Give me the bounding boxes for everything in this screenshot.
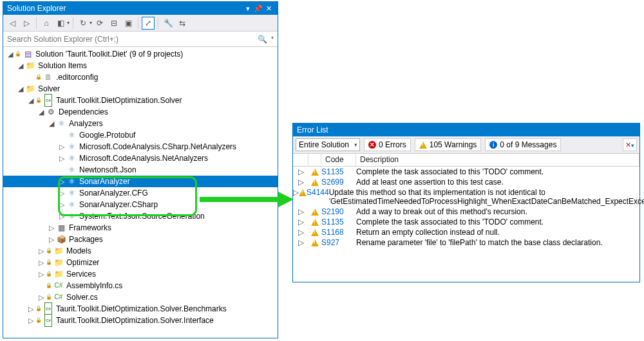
expand-icon[interactable]: ▷: [57, 187, 66, 199]
error-code-link[interactable]: S4144: [307, 188, 329, 197]
tree-node[interactable]: ▷🔒📁Optimizer: [3, 257, 278, 268]
properties-icon[interactable]: 🔧: [162, 17, 175, 30]
error-code-link[interactable]: S2699: [321, 178, 356, 187]
tree-node[interactable]: ▷⚛Microsoft.CodeAnalysis.CSharp.NetAnaly…: [3, 141, 278, 152]
expand-icon[interactable]: ▷: [37, 257, 46, 268]
tree-node[interactable]: ▷🔒C#Taurit.Toolkit.DietOptimization.Solv…: [3, 303, 278, 315]
tree-node[interactable]: ◢⚛Analyzers: [3, 118, 278, 129]
header-severity[interactable]: [308, 154, 321, 166]
tree-node[interactable]: ▷⚛Newtonsoft.Json: [3, 164, 278, 176]
error-code-link[interactable]: S1168: [321, 228, 356, 237]
warnings-filter-button[interactable]: 105 Warnings: [415, 138, 482, 151]
collapse-icon[interactable]: ◢: [37, 106, 46, 118]
expand-icon[interactable]: ▷: [37, 245, 46, 257]
tree-node[interactable]: ▷🔒C#Taurit.Toolkit.DietOptimization.Solv…: [3, 315, 278, 326]
error-row[interactable]: ▷S927Rename parameter 'file' to 'filePat…: [293, 237, 639, 248]
error-code-link[interactable]: S1135: [321, 167, 356, 176]
expand-icon[interactable]: ▷: [37, 268, 46, 280]
preview-icon[interactable]: ⇆: [176, 17, 189, 30]
tree-node[interactable]: ▷🔒C#Solver.cs: [3, 291, 278, 303]
expand-icon[interactable]: ▷: [57, 176, 66, 187]
expand-icon[interactable]: ▷: [57, 141, 66, 152]
expand-icon[interactable]: ▷: [293, 188, 299, 197]
error-list-title[interactable]: Error List: [293, 124, 639, 136]
tree-node[interactable]: ▷▦Frameworks: [3, 222, 278, 234]
error-list-header[interactable]: Code Description: [293, 154, 639, 167]
collapse-icon[interactable]: ◢: [16, 83, 25, 95]
tree-node[interactable]: ▷🔒🗎.editorconfig: [3, 71, 278, 83]
tree-node[interactable]: ◢📁Solver: [3, 83, 278, 95]
tree-node[interactable]: ▷⚛System.Text.Json.SourceGeneration: [3, 210, 278, 222]
error-code-link[interactable]: S927: [321, 238, 356, 247]
tree-node[interactable]: ▷📦Packages: [3, 234, 278, 245]
scope-dropdown[interactable]: Entire Solution: [296, 138, 360, 151]
tree-node[interactable]: ◢⚙Dependencies: [3, 106, 278, 118]
home-icon[interactable]: ⌂: [40, 17, 53, 30]
expand-icon[interactable]: ▷: [57, 210, 66, 222]
errors-filter-button[interactable]: ✕ 0 Errors: [364, 138, 411, 151]
expand-icon[interactable]: ▷: [47, 222, 56, 234]
refresh-icon[interactable]: ⟳: [93, 17, 106, 30]
error-row[interactable]: ▷S1135Complete the task associated to th…: [293, 217, 639, 227]
nav-forward-icon[interactable]: ▷: [20, 17, 33, 30]
header-expand[interactable]: [293, 154, 308, 166]
expand-icon[interactable]: ▷: [293, 178, 308, 187]
error-code-link[interactable]: S1135: [321, 217, 356, 226]
tree-node-label: Microsoft.CodeAnalysis.NetAnalyzers: [79, 152, 208, 164]
expand-icon[interactable]: ▷: [293, 217, 308, 226]
expand-icon[interactable]: ▷: [26, 315, 35, 326]
search-input[interactable]: [3, 35, 254, 44]
analyzer-icon: ⚛: [66, 153, 77, 163]
tree-node[interactable]: ◢🔒▤Solution 'Taurit.Toolkit.Diet' (9 of …: [3, 48, 278, 60]
collapse-icon[interactable]: ◢: [47, 118, 56, 129]
analyzer-icon: ⚛: [66, 176, 77, 187]
error-code-link[interactable]: S2190: [321, 207, 356, 216]
collapse-icon[interactable]: ◢: [26, 95, 35, 106]
lock-icon: 🔒: [15, 48, 21, 60]
tree-node[interactable]: ▷⚛Microsoft.CodeAnalysis.NetAnalyzers: [3, 152, 278, 164]
error-row[interactable]: ▷S4144Update this method so that its imp…: [293, 187, 639, 207]
close-icon[interactable]: ✕: [263, 2, 274, 15]
nav-back-icon[interactable]: ◁: [6, 17, 19, 30]
expand-icon[interactable]: ▷: [47, 234, 56, 245]
tree-node[interactable]: ▷⚛SonarAnalyzer: [3, 176, 278, 187]
tree-node[interactable]: ▷🔒📁Models: [3, 245, 278, 257]
tree-node[interactable]: ▷⚛Google.Protobuf: [3, 129, 278, 141]
preview-selected-icon[interactable]: ⤢: [142, 17, 155, 30]
show-all-icon[interactable]: ▣: [122, 17, 135, 30]
build-intellisense-filter-button[interactable]: ✕▾: [623, 138, 637, 151]
header-code[interactable]: Code: [321, 154, 356, 166]
header-description[interactable]: Description: [356, 154, 639, 166]
window-options-icon[interactable]: ▾: [243, 2, 253, 15]
expand-icon[interactable]: ▷: [293, 238, 308, 247]
pin-icon[interactable]: 📌: [253, 2, 263, 15]
expand-icon[interactable]: ▷: [37, 291, 46, 303]
tree-node[interactable]: ▷🔒C#AssemblyInfo.cs: [3, 280, 278, 291]
dropdown-icon[interactable]: ▾: [67, 20, 70, 26]
expand-icon[interactable]: ▷: [293, 167, 308, 176]
collapse-icon[interactable]: ◢: [16, 60, 25, 71]
switch-views-icon[interactable]: ◧: [54, 17, 67, 30]
tree-node[interactable]: ◢🔒C#Taurit.Toolkit.DietOptimization.Solv…: [3, 95, 278, 106]
tree-node-label: Optimizer: [66, 257, 99, 268]
solution-explorer-titlebar[interactable]: Solution Explorer ▾ 📌 ✕: [3, 2, 278, 15]
error-row[interactable]: ▷S2699Add at least one assertion to this…: [293, 177, 639, 187]
dropdown-icon[interactable]: ▾: [271, 35, 274, 44]
error-row[interactable]: ▷S1135Complete the task associated to th…: [293, 167, 639, 177]
error-row[interactable]: ▷S1168Return an empty collection instead…: [293, 227, 639, 237]
expand-icon[interactable]: ▷: [293, 207, 308, 216]
error-row[interactable]: ▷S2190Add a way to break out of this met…: [293, 207, 639, 217]
dropdown-icon[interactable]: ▾: [90, 20, 92, 26]
tree-node[interactable]: ▷🔒📁Services: [3, 268, 278, 280]
expand-icon[interactable]: ▷: [57, 152, 66, 164]
collapse-icon[interactable]: ◢: [6, 48, 15, 60]
messages-filter-button[interactable]: i 0 of 9 Messages: [485, 138, 561, 151]
expand-icon[interactable]: ▷: [293, 228, 308, 237]
expand-icon[interactable]: ▷: [26, 303, 35, 315]
sync-icon[interactable]: ↻: [77, 17, 90, 30]
error-description: Return an empty collection instead of nu…: [356, 228, 639, 237]
tree-node[interactable]: ◢📁Solution Items: [3, 60, 278, 71]
collapse-all-icon[interactable]: ⊟: [108, 17, 120, 30]
expand-icon[interactable]: ▷: [57, 199, 66, 210]
search-icon[interactable]: 🔍: [258, 35, 267, 44]
